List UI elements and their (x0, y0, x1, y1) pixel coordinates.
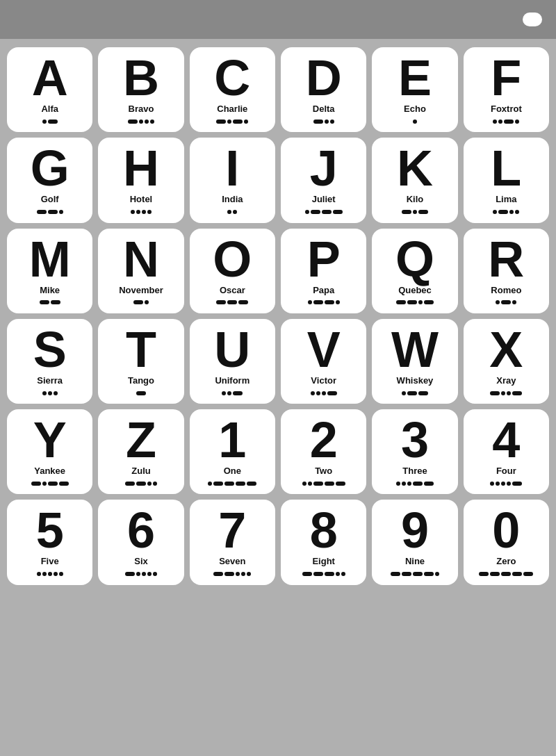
phonetic-card: U Uniform (190, 319, 275, 404)
card-letter: M (29, 234, 71, 284)
card-word: Papa (313, 286, 334, 295)
morse-dash (498, 210, 508, 214)
card-morse (401, 207, 429, 216)
phonetic-card: J Juliet (281, 138, 366, 222)
morse-dot (507, 391, 511, 395)
phonetic-card: 5 Five (7, 500, 92, 584)
phonetic-card: D Delta (281, 47, 366, 132)
phonetic-card: O Oscar (190, 229, 275, 313)
card-morse (495, 297, 517, 306)
phonetic-card: K Kilo (372, 138, 457, 222)
card-morse (42, 388, 58, 397)
phonetic-card: G Golf (7, 138, 92, 222)
morse-dot (42, 482, 47, 486)
morse-dash (396, 300, 406, 304)
card-word: Victor (311, 376, 336, 386)
phonetics-grid: A Alfa B Bravo C Charlie D Delta E Echo … (7, 47, 549, 585)
phonetic-card: X Xray (464, 319, 549, 404)
morse-dash (227, 300, 237, 304)
phonetic-card: A Alfa (7, 47, 92, 132)
morse-dot (153, 482, 157, 486)
morse-dot (37, 572, 41, 576)
card-letter: Y (33, 415, 67, 465)
morse-dot (145, 120, 149, 124)
morse-dash (402, 572, 411, 576)
morse-dot (208, 482, 212, 486)
phonetic-card: 1 One (190, 409, 275, 494)
card-word: Oscar (220, 286, 245, 295)
phonetic-card: M Mike (7, 229, 92, 313)
morse-dot (501, 482, 505, 486)
card-word: Six (134, 557, 148, 566)
card-morse (489, 388, 523, 397)
card-word: Eight (312, 557, 335, 566)
morse-dot (330, 120, 334, 124)
morse-dot (493, 120, 497, 124)
morse-dash (313, 300, 323, 304)
card-letter: C (214, 53, 250, 103)
card-letter: Z (126, 415, 156, 465)
morse-dash (136, 482, 146, 486)
morse-dash (501, 300, 511, 304)
card-word: Alfa (41, 104, 58, 114)
card-letter: N (123, 234, 159, 284)
card-word: Quebec (398, 286, 432, 295)
morse-dash (407, 300, 417, 304)
morse-dash (31, 482, 41, 486)
morse-dot (241, 572, 245, 576)
morse-dot (402, 391, 406, 395)
card-letter: A (32, 53, 68, 103)
morse-dash (133, 300, 143, 304)
morse-dot (147, 210, 152, 214)
morse-dot (48, 572, 52, 576)
card-morse (390, 569, 440, 578)
card-morse (221, 388, 243, 397)
morse-dot (136, 210, 140, 214)
morse-dot (507, 482, 511, 486)
card-morse (304, 207, 343, 216)
card-word: Mike (40, 286, 60, 295)
morse-dot (244, 120, 248, 124)
card-letter: S (33, 324, 67, 375)
card-word: Nine (405, 557, 425, 566)
morse-dash (501, 572, 511, 576)
card-morse (213, 569, 252, 578)
morse-dash (233, 120, 243, 124)
morse-dash (48, 482, 58, 486)
morse-dash (424, 300, 434, 304)
morse-dash (325, 300, 334, 304)
morse-dot (54, 572, 58, 576)
card-morse (302, 478, 346, 487)
phonetic-card: 2 Two (281, 409, 366, 494)
morse-dot (316, 391, 320, 395)
card-morse (31, 478, 70, 487)
phonetic-card: Y Yankee (7, 409, 92, 494)
morse-dash (325, 482, 334, 486)
morse-dot (413, 120, 417, 124)
morse-dot (435, 572, 439, 576)
phonetic-card: T Tango (98, 319, 183, 404)
card-letter: V (307, 324, 341, 375)
morse-dash (51, 300, 60, 304)
morse-dot (336, 300, 340, 304)
phonetic-card: 6 Six (98, 500, 183, 584)
morse-dash (523, 572, 533, 576)
card-morse (133, 297, 149, 306)
morse-dot (413, 210, 417, 214)
phonetic-card: N November (98, 229, 183, 313)
morse-dot (142, 572, 146, 576)
morse-dot (336, 572, 340, 576)
morse-dot (509, 210, 514, 214)
morse-dot (402, 482, 406, 486)
morse-dot (308, 482, 312, 486)
morse-dash (238, 300, 248, 304)
card-morse (478, 569, 534, 578)
card-word: Five (41, 557, 59, 566)
card-morse (36, 569, 64, 578)
morse-dash (418, 210, 428, 214)
morse-dash (40, 300, 49, 304)
card-word: Lima (496, 195, 516, 204)
morse-dot (139, 120, 143, 124)
morse-dot (311, 391, 315, 395)
morse-dash (313, 120, 323, 124)
